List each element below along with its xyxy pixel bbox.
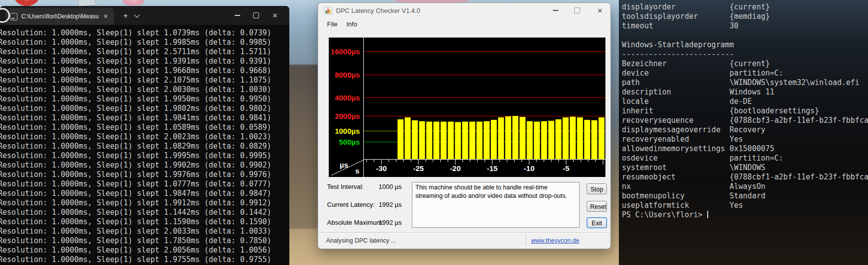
terminal-line: Resolution: 1.0000ms, Sleep(1) slept 1.9… bbox=[0, 189, 289, 198]
ps-row: timeout30 bbox=[622, 21, 868, 31]
latency-bar bbox=[527, 121, 533, 159]
terminal-close-button[interactable]: ✕ bbox=[266, 6, 284, 25]
terminal-minimize-button[interactable] bbox=[228, 6, 247, 25]
latency-chart: 16000µs8000µs4000µs2000µs1000µs500µs-30-… bbox=[329, 37, 606, 177]
tab-dropdown-chevron-icon[interactable] bbox=[135, 13, 140, 18]
close-icon: ✕ bbox=[598, 7, 603, 14]
terminal-line: Resolution: 1.0000ms, Sleep(1) slept 1.1… bbox=[0, 208, 289, 217]
terminal-line: Resolution: 1.0000ms, Sleep(1) slept 1.9… bbox=[0, 255, 289, 265]
latency-bar bbox=[476, 122, 482, 159]
ps-row: inherit{bootloadersettings} bbox=[622, 106, 868, 116]
thesycon-link[interactable]: www.thesycon.de bbox=[531, 237, 579, 244]
reset-button[interactable]: Reset bbox=[587, 201, 607, 212]
dpc-close-button[interactable]: ✕ bbox=[592, 3, 608, 18]
wallpaper-pink-photo bbox=[123, 0, 144, 5]
menu-info[interactable]: Info bbox=[342, 19, 362, 29]
svg-text:1000µs: 1000µs bbox=[335, 127, 360, 135]
terminal-body[interactable]: Resolution: 1.0000ms, Sleep(1) slept 1.0… bbox=[0, 25, 289, 265]
terminal-line: Resolution: 1.0000ms, Sleep(1) slept 1.0… bbox=[0, 123, 289, 132]
dpc-window-title: DPC Latency Checker V1.4.0 bbox=[336, 7, 420, 14]
menu-file[interactable]: File bbox=[323, 19, 342, 29]
latency-bar bbox=[520, 117, 526, 159]
latency-bar bbox=[541, 121, 547, 159]
latency-bar bbox=[469, 122, 475, 159]
latency-bar bbox=[491, 120, 497, 159]
terminal-titlebar: C:\Users\flori\Desktop\Measu ✕ + ✕ bbox=[0, 6, 289, 25]
ps-row: toolsdisplayorder{memdiag} bbox=[622, 12, 868, 21]
svg-text:-25: -25 bbox=[413, 164, 424, 173]
terminal-line: Resolution: 1.0000ms, Sleep(1) slept 1.9… bbox=[0, 198, 289, 208]
latency-bar bbox=[462, 122, 468, 159]
latency-bar bbox=[498, 117, 504, 159]
cmd-icon bbox=[10, 13, 17, 20]
terminal-line: Resolution: 1.0000ms, Sleep(1) slept 2.0… bbox=[0, 85, 289, 94]
ps-row: allowedinmemorysettings0x15000075 bbox=[622, 144, 868, 154]
terminal-line: Resolution: 1.0000ms, Sleep(1) slept 2.0… bbox=[0, 246, 289, 255]
svg-text:-20: -20 bbox=[450, 164, 461, 173]
tab-close-icon[interactable]: ✕ bbox=[101, 13, 110, 20]
svg-text:-30: -30 bbox=[376, 164, 387, 173]
terminal-maximize-button[interactable] bbox=[247, 6, 266, 25]
latency-bar bbox=[412, 120, 418, 159]
wallpaper-photo bbox=[78, 0, 95, 6]
terminal-line: Resolution: 1.0000ms, Sleep(1) slept 1.9… bbox=[0, 104, 289, 113]
stat-value: 1992 µs bbox=[379, 219, 402, 226]
ps-row: systemroot\WINDOWS bbox=[622, 163, 868, 173]
terminal-line: Resolution: 1.0000ms, Sleep(1) slept 1.9… bbox=[0, 38, 289, 47]
svg-text:-10: -10 bbox=[524, 164, 534, 173]
latency-bar bbox=[584, 120, 590, 159]
terminal-line: Resolution: 1.0000ms, Sleep(1) slept 2.0… bbox=[0, 227, 289, 236]
terminal-line: Resolution: 1.0000ms, Sleep(1) slept 1.9… bbox=[0, 151, 289, 161]
latency-bar bbox=[441, 122, 447, 159]
terminal-line: Resolution: 1.0000ms, Sleep(1) slept 1.0… bbox=[0, 28, 289, 38]
ps-row bbox=[622, 31, 868, 40]
terminal-line: Resolution: 1.0000ms, Sleep(1) slept 1.9… bbox=[0, 66, 289, 76]
latency-bar bbox=[426, 122, 432, 159]
terminal-tab[interactable]: C:\Users\flori\Desktop\Measu ✕ bbox=[6, 8, 114, 25]
ps-row: path\WINDOWS\system32\winload.efi bbox=[622, 78, 868, 88]
ps-row: nxAlwaysOn bbox=[622, 182, 868, 191]
stat-label: Absolute Maximum: bbox=[327, 219, 384, 226]
terminal-line: Resolution: 1.0000ms, Sleep(1) slept 1.1… bbox=[0, 217, 289, 227]
stat-value: 1000 µs bbox=[379, 183, 402, 190]
dpc-statusbar: Analysing DPC latency ... www.thesycon.d… bbox=[319, 232, 610, 248]
powershell-body[interactable]: displayorder{current}toolsdisplayorder{m… bbox=[619, 0, 868, 265]
terminal-line: Resolution: 1.0000ms, Sleep(1) slept 1.7… bbox=[0, 236, 289, 246]
latency-bar bbox=[570, 117, 576, 159]
ps-row: displayorder{current} bbox=[622, 2, 868, 12]
terminal-line: Resolution: 1.0000ms, Sleep(1) slept 1.0… bbox=[0, 142, 289, 151]
stop-button[interactable]: Stop bbox=[587, 183, 607, 194]
latency-bar bbox=[433, 122, 439, 159]
assessment-message-box: This machine should be able to handle re… bbox=[412, 182, 580, 228]
latency-bar bbox=[419, 121, 425, 159]
wallpaper-red-photo bbox=[14, 0, 40, 6]
desktop: C:\Users\flori\Desktop\Measu ✕ + ✕ Resol… bbox=[0, 0, 868, 265]
terminal-window: C:\Users\flori\Desktop\Measu ✕ + ✕ Resol… bbox=[0, 6, 289, 265]
dpc-minimize-button[interactable] bbox=[547, 3, 563, 18]
terminal-line: Resolution: 1.0000ms, Sleep(1) slept 1.9… bbox=[0, 57, 289, 66]
latency-bar bbox=[555, 119, 561, 159]
dpc-maximize-button[interactable] bbox=[569, 3, 585, 18]
ps-row: Windows-Startladeprogramm bbox=[622, 40, 868, 50]
svg-text:-15: -15 bbox=[487, 164, 498, 173]
terminal-line: Resolution: 1.0000ms, Sleep(1) slept 2.1… bbox=[0, 76, 289, 85]
latency-bar bbox=[448, 122, 454, 159]
new-tab-button[interactable]: + bbox=[119, 10, 132, 22]
exit-button[interactable]: Exit bbox=[587, 217, 607, 228]
ps-row: devicepartition=C: bbox=[622, 69, 868, 78]
latency-chart-svg: 16000µs8000µs4000µs2000µs1000µs500µs-30-… bbox=[329, 38, 605, 177]
latency-bar bbox=[599, 117, 604, 159]
terminal-line: Resolution: 1.0000ms, Sleep(1) slept 2.5… bbox=[0, 47, 289, 57]
ps-row: ------------------------- bbox=[622, 50, 868, 59]
svg-text:s: s bbox=[355, 167, 359, 175]
ps-prompt[interactable]: PS C:\Users\flori> bbox=[622, 210, 868, 220]
wallpaper-rock bbox=[287, 65, 320, 229]
minimize-icon bbox=[553, 10, 558, 11]
ps-row: bootmenupolicyStandard bbox=[622, 191, 868, 201]
dpc-titlebar: DPC Latency Checker V1.4.0 ✕ bbox=[318, 3, 610, 18]
latency-bar bbox=[548, 121, 554, 159]
svg-text:2000µs: 2000µs bbox=[335, 112, 360, 120]
latency-bar bbox=[505, 116, 511, 159]
dpc-app-icon bbox=[324, 7, 332, 14]
svg-text:8000µs: 8000µs bbox=[335, 71, 360, 79]
